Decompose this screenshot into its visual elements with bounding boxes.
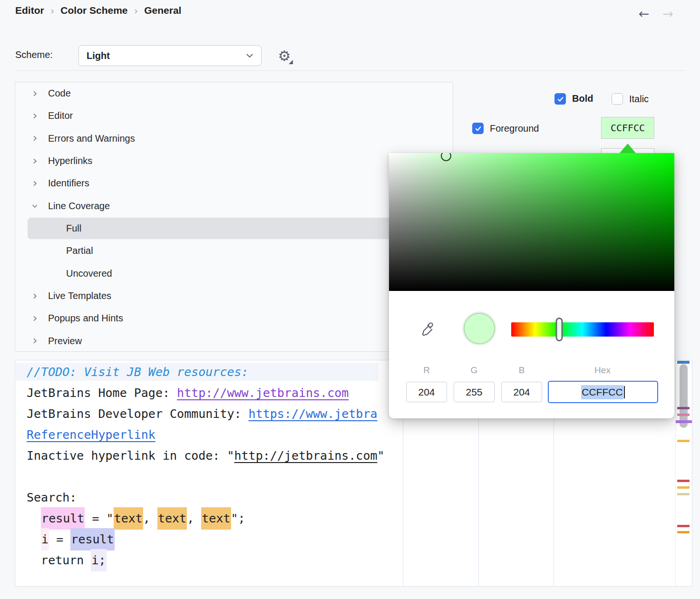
- tree-item-label: Full: [66, 223, 81, 234]
- tree-item-hyperlinks[interactable]: Hyperlinks: [15, 150, 453, 172]
- scheme-label: Scheme:: [15, 49, 53, 60]
- text-caret: [624, 386, 625, 398]
- tree-item-errors-and-warnings[interactable]: Errors and Warnings: [15, 127, 453, 150]
- error-stripe-mark: [677, 486, 690, 489]
- code-segment-plain: = ": [85, 512, 113, 525]
- chevron-collapsed-icon[interactable]: [30, 292, 39, 300]
- bold-label: Bold: [572, 93, 593, 104]
- tree-item-popups-and-hints[interactable]: Popups and Hints: [15, 307, 453, 329]
- tree-item-code[interactable]: Code: [15, 82, 453, 105]
- hex-label: Hex: [581, 365, 624, 376]
- scheme-dropdown-value: Light: [87, 50, 110, 61]
- code-segment-plain: Search:: [27, 491, 77, 504]
- color-picker-popup: R G B Hex 204 255 204 CCFFCC: [389, 153, 674, 418]
- tree-item-label: Uncovered: [66, 268, 112, 279]
- chevron-collapsed-icon[interactable]: [30, 157, 39, 165]
- chevron-collapsed-icon[interactable]: [30, 314, 39, 323]
- foreground-color-swatch[interactable]: CCFFCC: [601, 117, 654, 139]
- r-label: R: [405, 365, 448, 376]
- code-segment-hl-fl: i;: [91, 549, 106, 571]
- hue-slider-handle[interactable]: [555, 318, 563, 341]
- breadcrumb-item-color-scheme[interactable]: Color Scheme: [60, 5, 127, 16]
- eyedropper-icon[interactable]: [419, 320, 436, 337]
- hue-slider[interactable]: [511, 322, 654, 337]
- tree-item-label: Hyperlinks: [48, 155, 92, 166]
- code-segment-link: https://www.jetbra: [249, 407, 378, 421]
- r-input[interactable]: 204: [406, 382, 447, 402]
- code-segment-plain: [27, 512, 41, 525]
- tree-item-partial[interactable]: Partial: [15, 240, 453, 262]
- error-stripe: [675, 360, 692, 586]
- scheme-settings-button[interactable]: ⚙: [275, 47, 294, 66]
- error-stripe-mark: [677, 493, 690, 495]
- code-segment-flink: http://www.jetbrains.com: [177, 386, 349, 400]
- chevron-collapsed-icon[interactable]: [30, 337, 39, 345]
- tree-item-editor[interactable]: Editor: [15, 105, 453, 127]
- code-segment-plain: ,: [187, 512, 201, 525]
- error-stripe-mark: [677, 480, 690, 482]
- italic-checkbox[interactable]: [612, 93, 623, 105]
- code-segment-plain: [27, 553, 41, 567]
- foreground-label: Foreground: [490, 123, 539, 134]
- error-stripe-mark: [677, 531, 690, 533]
- error-stripe-mark: [677, 414, 690, 416]
- error-stripe-mark: [677, 440, 690, 442]
- popup-pointer-icon: [620, 144, 636, 153]
- scheme-dropdown[interactable]: Light: [78, 45, 262, 66]
- chevron-collapsed-icon[interactable]: [30, 89, 39, 98]
- tree-item-full[interactable]: Full: [15, 217, 453, 240]
- hex-selected-text: CCFFCC: [581, 385, 623, 399]
- section-divider: [15, 70, 685, 71]
- gradient-selector-ring[interactable]: [441, 153, 451, 161]
- code-segment-hl-read: result: [70, 528, 114, 551]
- forward-arrow-icon[interactable]: →: [662, 7, 673, 21]
- code-segment-hl-search: text: [157, 507, 187, 530]
- chevron-collapsed-icon[interactable]: [30, 112, 39, 120]
- breadcrumb-item-general[interactable]: General: [144, 5, 181, 16]
- chevron-collapsed-icon[interactable]: [30, 134, 39, 143]
- breadcrumb-item-editor[interactable]: Editor: [15, 5, 44, 16]
- code-line: return i;: [15, 550, 673, 571]
- code-segment-plain: ": [378, 449, 385, 463]
- tree-item-line-coverage[interactable]: Line Coverage: [15, 195, 453, 217]
- breadcrumb-separator: ›: [135, 5, 138, 16]
- code-segment-todo: //TODO: Visit JB Web resources:: [27, 365, 249, 379]
- code-line: [15, 466, 673, 487]
- b-input[interactable]: 204: [501, 382, 542, 402]
- breadcrumb-separator: ›: [51, 5, 54, 16]
- bold-checkbox[interactable]: [554, 93, 566, 105]
- code-segment-plain: Inactive hyperlink in code: ": [27, 449, 234, 463]
- tree-item-live-templates[interactable]: Live Templates: [15, 285, 453, 307]
- tree-item-label: Live Templates: [48, 290, 111, 301]
- options-tree: CodeEditorErrors and WarningsHyperlinksI…: [15, 82, 453, 352]
- back-arrow-icon[interactable]: ←: [639, 7, 650, 21]
- code-segment-hl-write: result: [41, 507, 85, 530]
- saturation-brightness-gradient[interactable]: [389, 153, 674, 291]
- g-label: G: [453, 365, 496, 376]
- code-segment-hl-fp: i: [41, 528, 49, 551]
- chevron-expanded-icon[interactable]: [30, 202, 39, 210]
- code-segment-link: ReferenceHyperlink: [27, 428, 156, 442]
- tree-item-label: Errors and Warnings: [48, 133, 135, 144]
- error-stripe-mark: [677, 361, 690, 364]
- code-segment-hl-search: text: [114, 507, 143, 530]
- code-segment-plain: ";: [231, 512, 245, 525]
- hex-input[interactable]: CCFFCC: [548, 381, 658, 403]
- foreground-checkbox[interactable]: [472, 123, 484, 134]
- g-input[interactable]: 255: [454, 382, 495, 402]
- code-segment-plain: JetBrains Home Page:: [27, 386, 177, 400]
- tree-item-identifiers[interactable]: Identifiers: [15, 172, 453, 194]
- tree-item-uncovered[interactable]: Uncovered: [15, 262, 453, 285]
- b-label: B: [500, 365, 543, 376]
- code-line: Inactive hyperlink in code: "http://jetb…: [15, 445, 673, 466]
- breadcrumb: Editor › Color Scheme › General: [15, 5, 181, 16]
- scrollbar-thumb[interactable]: [680, 364, 688, 428]
- chevron-down-icon: [246, 51, 253, 60]
- error-stripe-mark: [677, 407, 690, 409]
- code-line: result = "text, text, text";: [15, 508, 673, 529]
- tree-item-preview[interactable]: Preview: [15, 330, 453, 352]
- tree-item-label: Partial: [66, 245, 93, 256]
- code-segment-plain: return: [41, 553, 91, 567]
- tree-item-label: Preview: [48, 336, 82, 347]
- chevron-collapsed-icon[interactable]: [30, 179, 39, 188]
